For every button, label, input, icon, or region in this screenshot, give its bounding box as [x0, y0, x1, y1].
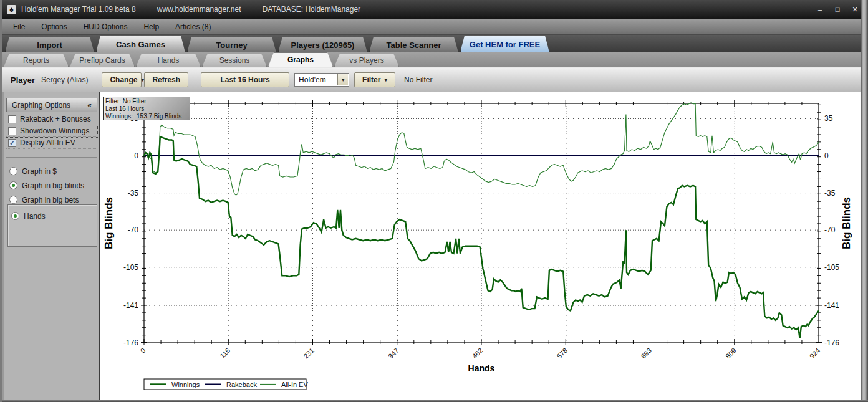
legend-label: All-In EV	[281, 381, 308, 388]
radio-label: Graph in big bets	[22, 196, 79, 204]
refresh-button-label: Refresh	[152, 75, 180, 84]
tab-import[interactable]: Import	[5, 37, 94, 52]
x-axis-tick-label: 924	[808, 347, 821, 360]
subtab-vs-players[interactable]: vs Players	[334, 54, 399, 67]
graphing-options-sidebar: Graphing Options « Rakeback + BonusesSho…	[4, 92, 100, 400]
y-axis-label-left: -70	[128, 226, 139, 234]
chevron-down-icon[interactable]: ▼	[337, 74, 348, 85]
x-axis-tick-label: 0	[139, 347, 147, 355]
checkbox-row-rakeback-bonuses[interactable]: Rakeback + Bonuses	[6, 113, 97, 125]
tab-tourney[interactable]: Tourney	[187, 37, 276, 52]
radio-icon[interactable]	[11, 212, 19, 220]
checkbox-icon[interactable]	[8, 127, 16, 135]
main-tab-strip: ImportCash GamesTourneyPlayers (120965)T…	[2, 35, 868, 52]
menu-bar: FileOptionsHUD OptionsHelpArticles (8)	[2, 19, 868, 35]
checkbox-group: Rakeback + BonusesShowdown Winnings✔Disp…	[6, 113, 97, 149]
tooltip-filter-line: Filter: No Filter	[105, 98, 188, 105]
y-axis-label-left: -141	[123, 301, 138, 310]
x-axis-tick-label: 578	[556, 347, 569, 360]
player-label: Player	[11, 75, 35, 85]
x-axis-tick-label: 116	[218, 347, 231, 360]
menu-file[interactable]: File	[13, 22, 25, 31]
time-filter-button[interactable]: Last 16 Hours	[201, 72, 289, 87]
radio-label: Graph in big blinds	[22, 181, 84, 190]
app-window: ♠ Hold'em Manager Trial 1.09 beta 8 www.…	[0, 0, 868, 402]
game-type-value: Hold'em	[299, 75, 326, 84]
subtab-hands[interactable]: Hands	[136, 54, 201, 67]
menu-options[interactable]: Options	[41, 22, 67, 31]
player-toolbar: Player Sergey (Alias) Change ▾ Refresh L…	[2, 67, 868, 92]
tab-table-scanner[interactable]: Table Scanner	[369, 37, 458, 52]
y-axis-label-right: -176	[824, 338, 839, 347]
window-title: Hold'em Manager Trial 1.09 beta 8	[21, 5, 136, 14]
tooltip-period-line: Last 16 Hours	[105, 105, 188, 113]
y-axis-label-right: -141	[824, 301, 839, 310]
minimize-button[interactable]: –	[814, 4, 826, 14]
x-axis-tick-label: 693	[639, 347, 652, 360]
x-axis-tick-label: 231	[302, 347, 315, 360]
tooltip-winnings-line: Winnings: -153.7 Big Blinds	[105, 113, 188, 120]
y-axis-label-left: -105	[123, 263, 138, 272]
radio-label: Graph in $	[22, 167, 57, 176]
checkbox-label: Rakeback + Bonuses	[20, 115, 91, 123]
player-name: Sergey (Alias)	[41, 75, 88, 84]
checkbox-row-showdown-winnings[interactable]: Showdown Winnings	[6, 125, 97, 137]
chevron-down-icon: ▾	[384, 77, 387, 83]
change-button-label: Change	[110, 75, 137, 84]
radio-row-graph-in-big-blinds[interactable]: Graph in big blinds	[6, 178, 97, 193]
radio-row-graph-in-[interactable]: Graph in $	[6, 164, 97, 178]
y-axis-label-right: -35	[824, 189, 836, 198]
plot-border	[144, 103, 819, 342]
filter-button[interactable]: Filter ▾	[354, 72, 395, 87]
legend-label: Rakeback	[226, 381, 257, 388]
filter-button-label: Filter	[362, 75, 380, 84]
checkbox-label: Showdown Winnings	[20, 127, 89, 135]
titlebar-url: www.holdemmanager.net	[157, 5, 241, 14]
spade-icon: ♠	[7, 5, 16, 14]
legend-label: Winnings	[171, 381, 200, 388]
sidebar-header-label: Graphing Options	[12, 101, 70, 110]
menu-help[interactable]: Help	[143, 22, 159, 31]
x-axis-option-box: Hands	[7, 204, 97, 247]
maximize-button[interactable]: □	[831, 4, 844, 14]
radio-icon[interactable]	[9, 167, 17, 175]
y-axis-label-right: 35	[824, 114, 833, 123]
subtab-sessions[interactable]: Sessions	[202, 54, 267, 67]
menu-articles-8-[interactable]: Articles (8)	[175, 22, 211, 31]
refresh-button[interactable]: Refresh	[144, 72, 188, 87]
tab-get-hem-for-free[interactable]: Get HEM for FREE	[460, 36, 549, 52]
x-axis-tick-label: 462	[471, 347, 484, 360]
window-border-bottom	[2, 400, 868, 402]
radio-icon[interactable]	[9, 196, 17, 204]
radio-row-hands[interactable]: Hands	[8, 209, 97, 223]
radio-icon[interactable]	[9, 181, 17, 189]
tab-cash-games[interactable]: Cash Games	[96, 36, 185, 52]
radio-label: Hands	[24, 212, 46, 221]
graph-panel: Filter: No Filter Last 16 Hours Winnings…	[100, 92, 862, 400]
close-button[interactable]: ✕	[849, 4, 861, 14]
checkbox-icon[interactable]	[8, 115, 16, 123]
winnings-chart: 353500-35-35-70-70-105-105-141-141-176-1…	[100, 92, 862, 400]
y-axis-label-left: -176	[123, 338, 138, 347]
menu-hud-options[interactable]: HUD Options	[84, 22, 128, 31]
y-axis-label-left: -35	[128, 189, 139, 198]
y-axis-label-right: 0	[824, 151, 829, 160]
change-button[interactable]: Change ▾	[102, 72, 142, 87]
collapse-icon[interactable]: «	[87, 101, 92, 110]
titlebar-database: DATABASE: HoldemManager	[262, 5, 360, 14]
y-axis-label-left: 0	[134, 151, 138, 160]
subtab-graphs[interactable]: Graphs	[268, 52, 333, 67]
subtab-reports[interactable]: Reports	[4, 54, 69, 67]
x-axis-tick-label: 809	[724, 347, 737, 360]
chart-tooltip: Filter: No Filter Last 16 Hours Winnings…	[103, 97, 190, 120]
x-axis-tick-label: 347	[387, 347, 400, 360]
time-filter-label: Last 16 Hours	[220, 75, 269, 84]
subtab-preflop-cards[interactable]: Preflop Cards	[70, 54, 135, 67]
tab-players-120965-[interactable]: Players (120965)	[278, 37, 367, 52]
checkbox-label: Display All-In EV	[20, 138, 75, 147]
game-type-select[interactable]: Hold'em ▼	[294, 73, 349, 87]
checkbox-row-display-all-in-ev[interactable]: ✔Display All-In EV	[6, 137, 97, 149]
checkbox-icon[interactable]: ✔	[8, 139, 16, 147]
title-bar: ♠ Hold'em Manager Trial 1.09 beta 8 www.…	[2, 0, 868, 19]
window-controls: – □ ✕	[814, 4, 861, 14]
